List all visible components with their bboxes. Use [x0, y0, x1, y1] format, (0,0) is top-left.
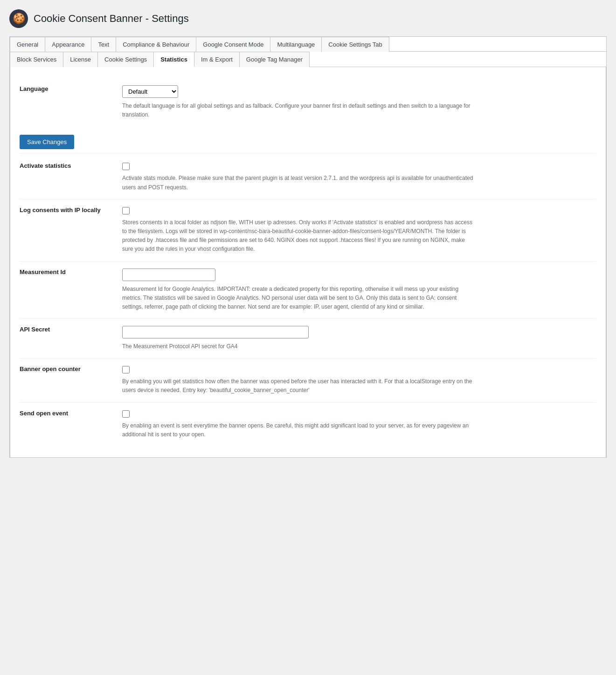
log-consents-desc: Stores consents in a local folder as ndj… [122, 218, 477, 254]
log-consents-checkbox-wrap [122, 207, 596, 214]
api-secret-desc: The Measurement Protocol API secret for … [122, 342, 477, 351]
banner-open-counter-row: Banner open counter By enabling you will… [20, 358, 596, 402]
tab-multilanguage[interactable]: Multilanguage [270, 37, 322, 52]
tab-google-tag-manager[interactable]: Google Tag Manager [239, 52, 310, 67]
measurement-id-desc: Measurement Id for Google Analytics. IMP… [122, 285, 477, 312]
page-wrapper: 🍪 Cookie Consent Banner - Settings Gener… [0, 0, 616, 675]
activate-statistics-checkbox[interactable] [122, 163, 130, 170]
tab-im-export[interactable]: Im & Export [194, 52, 240, 67]
activate-statistics-desc: Activate stats module. Please make sure … [122, 174, 477, 192]
language-row: Language Default The default language is… [20, 78, 596, 126]
tab-text[interactable]: Text [91, 37, 116, 52]
send-open-event-field: By enabling an event is sent everytime t… [122, 402, 596, 446]
measurement-id-field: Measurement Id for Google Analytics. IMP… [122, 261, 596, 319]
measurement-id-label: Measurement Id [20, 261, 122, 319]
tabs-row-2: Block Services License Cookie Settings S… [10, 52, 606, 67]
activate-statistics-checkbox-wrap [122, 162, 596, 170]
log-consents-row: Log consents with IP locally Stores cons… [20, 199, 596, 261]
tab-appearance[interactable]: Appearance [45, 37, 91, 52]
banner-open-counter-field: By enabling you will get statistics how … [122, 358, 596, 402]
activate-statistics-row: Activate statistics Activate stats modul… [20, 155, 596, 199]
log-consents-field: Stores consents in a local folder as ndj… [122, 199, 596, 261]
api-secret-field: The Measurement Protocol API secret for … [122, 319, 596, 358]
tab-compliance-behaviour[interactable]: Compliance & Behaviour [116, 37, 196, 52]
send-open-event-checkbox[interactable] [122, 410, 130, 418]
tab-statistics[interactable]: Statistics [153, 52, 194, 67]
tab-cookie-settings-tab[interactable]: Cookie Settings Tab [321, 37, 389, 52]
tabs-container: General Appearance Text Compliance & Beh… [9, 36, 607, 458]
plugin-icon: 🍪 [9, 9, 28, 28]
banner-open-counter-checkbox[interactable] [122, 366, 130, 373]
language-label: Language [20, 78, 122, 126]
log-consents-label: Log consents with IP locally [20, 199, 122, 261]
send-open-event-checkbox-wrap [122, 410, 596, 418]
save-changes-button[interactable]: Save Changes [20, 135, 74, 149]
measurement-id-input[interactable] [122, 269, 215, 281]
measurement-id-row: Measurement Id Measurement Id for Google… [20, 261, 596, 319]
api-secret-label: API Secret [20, 319, 122, 358]
save-row: Save Changes [20, 126, 596, 153]
send-open-event-desc: By enabling an event is sent everytime t… [122, 421, 477, 439]
language-description: The default language is for all global s… [122, 102, 477, 119]
activate-statistics-label: Activate statistics [20, 155, 122, 199]
tab-general[interactable]: General [10, 37, 45, 52]
tab-cookie-settings[interactable]: Cookie Settings [97, 52, 154, 67]
language-select[interactable]: Default [122, 85, 178, 98]
settings-table: Language Default The default language is… [20, 78, 596, 126]
banner-open-counter-label: Banner open counter [20, 358, 122, 402]
page-title-row: 🍪 Cookie Consent Banner - Settings [9, 9, 607, 28]
log-consents-checkbox[interactable] [122, 207, 130, 214]
send-open-event-row: Send open event By enabling an event is … [20, 402, 596, 446]
send-open-event-label: Send open event [20, 402, 122, 446]
fields-table: Activate statistics Activate stats modul… [20, 155, 596, 446]
api-secret-input[interactable] [122, 326, 309, 338]
tab-license[interactable]: License [63, 52, 98, 67]
api-secret-row: API Secret The Measurement Protocol API … [20, 319, 596, 358]
banner-open-counter-desc: By enabling you will get statistics how … [122, 377, 477, 395]
activate-statistics-field: Activate stats module. Please make sure … [122, 155, 596, 199]
language-field-cell: Default The default language is for all … [122, 78, 596, 126]
content-area: Language Default The default language is… [10, 67, 606, 458]
page-title: Cookie Consent Banner - Settings [34, 13, 189, 25]
banner-open-counter-checkbox-wrap [122, 365, 596, 373]
tab-google-consent-mode[interactable]: Google Consent Mode [196, 37, 270, 52]
tabs-row-1: General Appearance Text Compliance & Beh… [10, 37, 606, 52]
tab-block-services[interactable]: Block Services [10, 52, 63, 67]
